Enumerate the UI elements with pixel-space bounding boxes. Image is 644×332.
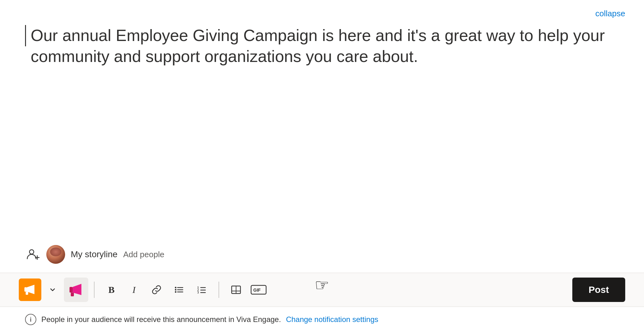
notification-text: People in your audience will receive thi… xyxy=(41,315,281,324)
link-button[interactable] xyxy=(145,278,168,301)
selected-format-button[interactable] xyxy=(64,278,88,302)
svg-point-0 xyxy=(29,250,34,254)
change-notification-settings-link[interactable]: Change notification settings xyxy=(286,315,378,324)
editor-container: collapse Our annual Employee Giving Camp… xyxy=(0,0,644,332)
post-button[interactable]: Post xyxy=(572,278,625,302)
audience-row: My storyline Add people xyxy=(0,236,644,273)
toolbar-divider-1 xyxy=(94,282,95,298)
svg-rect-6 xyxy=(71,293,74,296)
svg-point-8 xyxy=(175,289,177,291)
add-people-text[interactable]: Add people xyxy=(123,250,164,259)
svg-rect-3 xyxy=(24,287,27,292)
svg-text:GIF: GIF xyxy=(253,288,261,293)
numbered-list-button[interactable]: 1 2 3 xyxy=(190,278,213,301)
svg-rect-4 xyxy=(26,292,28,295)
bold-button[interactable]: B xyxy=(100,278,123,301)
notification-bar: i People in your audience will receive t… xyxy=(0,306,644,332)
gif-button[interactable]: GIF xyxy=(247,278,270,301)
announcement-button[interactable] xyxy=(19,278,41,301)
italic-button[interactable]: I xyxy=(123,278,145,301)
svg-rect-5 xyxy=(70,287,73,293)
add-people-icon[interactable] xyxy=(25,247,41,262)
svg-text:3: 3 xyxy=(197,291,199,294)
embed-button[interactable] xyxy=(225,278,247,301)
toolbar: B I 1 2 3 xyxy=(0,273,644,306)
storyline-label: My storyline xyxy=(71,249,117,259)
bullet-list-button[interactable] xyxy=(168,278,190,301)
text-cursor xyxy=(25,25,26,46)
toolbar-divider-2 xyxy=(219,282,219,298)
editor-area[interactable]: Our annual Employee Giving Campaign is h… xyxy=(0,0,644,236)
editor-text: Our annual Employee Giving Campaign is h… xyxy=(25,25,619,67)
svg-point-9 xyxy=(175,291,177,293)
post-type-dropdown[interactable] xyxy=(41,278,64,301)
info-icon: i xyxy=(25,314,36,325)
avatar xyxy=(46,245,65,264)
svg-point-7 xyxy=(175,287,177,289)
